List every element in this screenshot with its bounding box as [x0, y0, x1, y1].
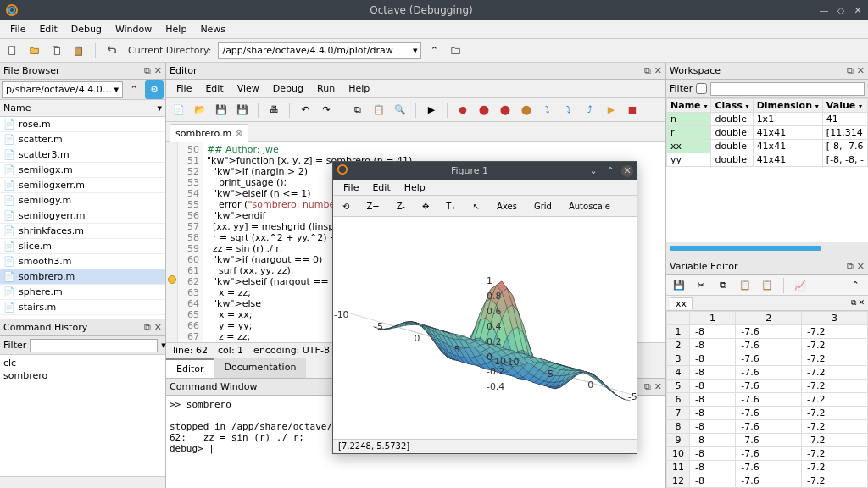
- tab-editor[interactable]: Editor: [166, 358, 214, 378]
- close-panel-icon[interactable]: ✕: [857, 261, 865, 272]
- breakpoint-toggle-icon[interactable]: ●: [453, 101, 472, 119]
- filebrowser-header[interactable]: Name▾: [0, 100, 165, 117]
- breakpoint-gutter[interactable]: [166, 142, 178, 342]
- workspace-col-header[interactable]: Value ▾: [822, 99, 867, 113]
- vareditor-col-header[interactable]: 1: [690, 312, 736, 325]
- filebrowser-item[interactable]: 📄scatter3.m: [0, 147, 165, 163]
- close-panel-icon[interactable]: ✕: [857, 65, 865, 76]
- vareditor-col-header[interactable]: 3: [802, 312, 868, 325]
- cmdhist-scrollbar[interactable]: [0, 476, 165, 488]
- grid-button[interactable]: Grid: [528, 199, 558, 214]
- pan-icon[interactable]: ✥: [416, 199, 435, 214]
- vareditor-row[interactable]: 6-8-7.6-7.2: [667, 393, 868, 407]
- cmdhist-item[interactable]: sombrero: [3, 369, 162, 382]
- vareditor-row[interactable]: 10-8-7.6-7.2: [667, 447, 868, 461]
- vareditor-row[interactable]: 8-8-7.6-7.2: [667, 420, 868, 434]
- workspace-scrollbar[interactable]: [670, 246, 865, 254]
- filebrowser-item[interactable]: 📄semilogxerr.m: [0, 178, 165, 193]
- undock-icon[interactable]: ⧉: [144, 322, 151, 333]
- filebrowser-item[interactable]: 📄sombrero.m: [0, 269, 165, 285]
- figure-window[interactable]: Figure 1 ⌄ ⌃ ✕ File Edit Help ⟲ Z+ Z- ✥ …: [332, 161, 637, 454]
- editor-menu-debug[interactable]: Debug: [266, 81, 310, 96]
- editor-menu-view[interactable]: View: [231, 81, 266, 96]
- vareditor-row[interactable]: 12-8-7.6-7.2: [667, 474, 868, 488]
- maximize-icon[interactable]: ◇: [836, 5, 846, 15]
- vareditor-row[interactable]: 5-8-7.6-7.2: [667, 380, 868, 393]
- vareditor-row[interactable]: 1-8-7.6-7.2: [667, 325, 868, 339]
- select-icon[interactable]: ↖: [467, 199, 486, 214]
- workspace-row[interactable]: yydouble41x41[-8, -8, -: [667, 153, 868, 167]
- vareditor-row[interactable]: 4-8-7.6-7.2: [667, 366, 868, 380]
- maximize-icon[interactable]: ⌃: [604, 165, 616, 177]
- undock-icon[interactable]: ⧉: [144, 65, 151, 76]
- figure-menu-help[interactable]: Help: [398, 180, 432, 195]
- vareditor-grid[interactable]: 1231-8-7.6-7.22-8-7.6-7.23-8-7.6-7.24-8-…: [666, 311, 868, 488]
- filebrowser-item[interactable]: 📄semilogyerr.m: [0, 208, 165, 224]
- undo-icon[interactable]: ↶: [296, 101, 314, 119]
- minimize-icon[interactable]: —: [819, 5, 829, 15]
- editor-menu-run[interactable]: Run: [310, 81, 342, 96]
- open-icon[interactable]: [25, 42, 44, 60]
- paste-icon[interactable]: 📋: [736, 276, 754, 295]
- run-icon[interactable]: ▶: [422, 101, 441, 119]
- rotate-icon[interactable]: ⟲: [337, 199, 355, 214]
- workspace-col-header[interactable]: Dimension ▾: [753, 99, 822, 113]
- save-icon[interactable]: 💾: [670, 276, 688, 295]
- paste-icon[interactable]: 📋: [370, 101, 388, 119]
- filebrowser-item[interactable]: 📄semilogy.m: [0, 193, 165, 208]
- figure-canvas[interactable]: -0.4-0.200.20.40.60.81-10-10-5-500551010: [333, 217, 637, 439]
- dir-up-icon[interactable]: ⌃: [125, 80, 143, 99]
- undock-icon[interactable]: ⧉: [644, 65, 651, 76]
- plot-icon[interactable]: 📈: [791, 276, 810, 295]
- stop-icon[interactable]: ■: [623, 101, 642, 119]
- vareditor-row[interactable]: 11-8-7.6-7.2: [667, 461, 868, 474]
- close-panel-icon[interactable]: ✕: [154, 322, 162, 333]
- copy-icon[interactable]: [47, 42, 66, 60]
- cmdhist-item[interactable]: clc: [3, 357, 162, 369]
- menu-edit[interactable]: Edit: [32, 22, 64, 36]
- step-in-icon[interactable]: ⤵: [559, 101, 578, 119]
- filebrowser-item[interactable]: 📄slice.m: [0, 239, 165, 254]
- restore-icon[interactable]: ⧉ ✕: [851, 298, 865, 308]
- vareditor-row[interactable]: 2-8-7.6-7.2: [667, 339, 868, 352]
- undock-icon[interactable]: ⧉: [644, 381, 651, 392]
- continue-icon[interactable]: ▶: [602, 101, 620, 119]
- close-panel-icon[interactable]: ✕: [654, 381, 662, 392]
- breakpoint-next-icon[interactable]: ⬤: [496, 101, 515, 119]
- axes-button[interactable]: Axes: [491, 199, 523, 214]
- redo-icon[interactable]: ↷: [317, 101, 336, 119]
- workspace-row[interactable]: xxdouble41x41[-8, -7.6: [667, 140, 868, 153]
- workspace-col-header[interactable]: Class ▾: [711, 99, 753, 113]
- chevron-down-icon[interactable]: ▾: [161, 340, 166, 351]
- filebrowser-item[interactable]: 📄rose.m: [0, 117, 165, 132]
- menu-help[interactable]: Help: [159, 22, 193, 36]
- breakpoint-clear-icon[interactable]: ⬤: [517, 101, 536, 119]
- paste-table-icon[interactable]: 📋: [758, 276, 776, 295]
- workspace-row[interactable]: rdouble41x41[11.314: [667, 126, 868, 140]
- filebrowser-item[interactable]: 📄semilogx.m: [0, 163, 165, 178]
- filebrowser-item[interactable]: 📄stairs.m: [0, 300, 165, 315]
- vareditor-row[interactable]: 7-8-7.6-7.2: [667, 407, 868, 420]
- open-icon[interactable]: 📂: [191, 101, 209, 119]
- dir-up-icon[interactable]: ⌃: [425, 42, 443, 60]
- filebrowser-item[interactable]: 📄shrinkfaces.m: [0, 224, 165, 239]
- filebrowser-path-select[interactable]: p/share/octave/4.4.0/m/plot/draw▾: [2, 81, 123, 98]
- save-all-icon[interactable]: 💾: [233, 101, 252, 119]
- new-file-icon[interactable]: [3, 42, 22, 60]
- undock-icon[interactable]: ⧉: [847, 261, 854, 272]
- text-icon[interactable]: T₊: [440, 199, 461, 214]
- close-icon[interactable]: ✕: [621, 165, 633, 177]
- undock-icon[interactable]: ⧉: [847, 65, 854, 76]
- workspace-col-header[interactable]: Name ▾: [667, 99, 711, 113]
- menu-debug[interactable]: Debug: [64, 22, 108, 36]
- gear-icon[interactable]: ⚙: [145, 80, 164, 99]
- editor-menu-file[interactable]: File: [170, 81, 198, 96]
- editor-menu-edit[interactable]: Edit: [198, 81, 230, 96]
- menu-news[interactable]: News: [193, 22, 232, 36]
- cmdhist-filter-input[interactable]: [30, 339, 158, 352]
- paste-icon[interactable]: [70, 42, 88, 60]
- vareditor-col-header[interactable]: 2: [736, 312, 802, 325]
- filebrowser-item[interactable]: 📄sphere.m: [0, 285, 165, 300]
- close-panel-icon[interactable]: ✕: [654, 65, 662, 76]
- figure-menu-edit[interactable]: Edit: [365, 180, 397, 195]
